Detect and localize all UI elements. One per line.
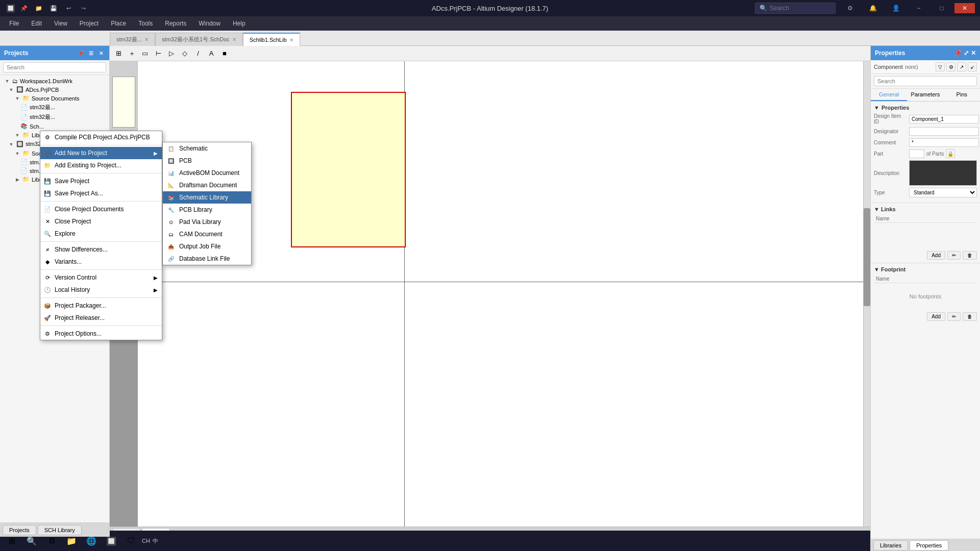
footprint-delete-btn[interactable]: 🗑 <box>963 312 977 321</box>
comment-input[interactable] <box>909 138 979 147</box>
redo-icon[interactable]: ↪ <box>77 2 89 14</box>
design-item-id-input[interactable] <box>909 115 979 123</box>
tool-align-right[interactable]: ▷ <box>165 48 178 59</box>
tool-text[interactable]: A <box>205 48 217 59</box>
maximize-button[interactable]: □ <box>932 3 952 13</box>
ctx-schematic-library[interactable]: 📚 Schematic Library <box>163 191 251 204</box>
pin-icon[interactable]: 📌 <box>18 2 30 14</box>
menu-view[interactable]: View <box>49 18 72 29</box>
ctx-database-link[interactable]: 🔗 Database Link File <box>163 253 251 265</box>
ctx-close-project-docs[interactable]: 📄 Close Project Documents <box>40 203 162 215</box>
links-add-btn[interactable]: Add <box>927 251 945 260</box>
notifications-icon[interactable]: 🔔 <box>863 3 883 13</box>
save-icon[interactable]: 💾 <box>47 2 60 14</box>
panel-menu-btn[interactable]: ☰ <box>87 49 95 57</box>
tool-rect[interactable]: ▭ <box>139 48 151 59</box>
tab-pins[interactable]: Pins <box>944 89 980 101</box>
menu-project[interactable]: Project <box>75 18 104 29</box>
undo-icon[interactable]: ↩ <box>62 2 75 14</box>
tab-schlib[interactable]: Schlib1.SchLib ✕ <box>243 33 300 46</box>
menu-window[interactable]: Window <box>193 18 226 29</box>
type-select[interactable]: Standard Mechanical Graphical <box>909 188 977 197</box>
ctx-cam-document[interactable]: 🗂 CAM Document <box>163 228 251 240</box>
ctx-compile[interactable]: ⚙ Compile PCB Project ADcs.PrjPCB <box>40 131 162 143</box>
project-search-input[interactable] <box>3 62 106 72</box>
settings-icon[interactable]: ⚙ <box>840 3 860 13</box>
ctx-pcb-library[interactable]: 🔧 PCB Library <box>163 204 251 216</box>
ctx-local-history[interactable]: 🕐 Local History ▶ <box>40 284 162 296</box>
bottom-tab-projects[interactable]: Projects <box>3 525 36 535</box>
panel-close-btn[interactable]: ✕ <box>97 49 105 57</box>
ctx-add-existing[interactable]: 📁 Add Existing to Project... <box>40 159 162 171</box>
ctx-output-job-file[interactable]: 📤 Output Job File <box>163 240 251 253</box>
footprint-edit-btn[interactable]: ✏ <box>947 312 961 321</box>
properties-search-input[interactable] <box>874 76 977 86</box>
project1-item[interactable]: ▼ 🔲 ADcs.PrjPCB <box>0 85 109 94</box>
menu-place[interactable]: Place <box>106 18 131 29</box>
ctx-pad-via-library[interactable]: ⊙ Pad Via Library <box>163 216 251 228</box>
panel-pin-btn[interactable]: 📌 <box>77 49 85 57</box>
project1-stm2-item[interactable]: 📄 stm32最... <box>0 112 109 122</box>
menu-help[interactable]: Help <box>228 18 251 29</box>
tool-add[interactable]: ＋ <box>126 48 138 59</box>
workspace-item[interactable]: ▼ 🗂 Workspace1.DsnWrk <box>0 77 109 85</box>
designator-input[interactable] <box>909 127 979 136</box>
tab-parameters[interactable]: Parameters <box>907 89 943 101</box>
properties-expand-btn[interactable]: ⤢ <box>964 49 969 57</box>
tab-close-stm32-1[interactable]: ✕ <box>144 37 149 42</box>
component-action1-btn[interactable]: ↗ <box>957 62 966 71</box>
ctx-project-releaser[interactable]: 🚀 Project Releaser... <box>40 312 162 324</box>
ctx-variants[interactable]: ◆ Variants... <box>40 256 162 268</box>
tab-schdoc[interactable]: stm32最小系统1号.SchDoc ✕ <box>155 33 243 46</box>
menu-edit[interactable]: Edit <box>26 18 47 29</box>
tab-general[interactable]: General <box>871 89 907 101</box>
ctx-draftsman[interactable]: 📐 Draftsman Document <box>163 179 251 191</box>
ctx-save-project-as[interactable]: 💾 Save Project As... <box>40 187 162 199</box>
links-edit-btn[interactable]: ✏ <box>947 251 961 260</box>
ctx-pcb[interactable]: 🔲 PCB <box>163 155 251 167</box>
menu-file[interactable]: File <box>4 18 24 29</box>
ctx-project-options[interactable]: ⚙ Project Options... <box>40 328 162 340</box>
part-lock-btn[interactable]: 🔒 <box>946 149 955 158</box>
ctx-explore[interactable]: 🔍 Explore <box>40 228 162 240</box>
component-action2-btn[interactable]: ↙ <box>968 62 977 71</box>
ctx-version-control[interactable]: ⟳ Version Control ▶ <box>40 271 162 284</box>
right-tab-libraries[interactable]: Libraries <box>873 540 908 550</box>
component-settings-btn[interactable]: ⚙ <box>946 62 955 71</box>
menu-tools[interactable]: Tools <box>133 18 158 29</box>
tool-line[interactable]: / <box>192 48 204 59</box>
filter-btn[interactable]: ▽ <box>936 62 945 71</box>
properties-close-btn[interactable]: ✕ <box>971 49 976 57</box>
ctx-save-project[interactable]: 💾 Save Project <box>40 175 162 187</box>
global-search-bar[interactable]: 🔍 <box>755 3 836 14</box>
ctx-close-project[interactable]: ✕ Close Project <box>40 215 162 228</box>
minimize-button[interactable]: − <box>909 3 929 13</box>
vertical-scrollbar-thumb[interactable] <box>864 208 870 306</box>
close-button[interactable]: ✕ <box>954 3 975 13</box>
tool-filter[interactable]: ⊞ <box>112 48 125 59</box>
tab-stm32-1[interactable]: stm32最... ✕ <box>110 33 155 46</box>
properties-pin-btn[interactable]: 📌 <box>954 49 962 57</box>
user-icon[interactable]: 👤 <box>886 3 906 13</box>
ctx-show-differences[interactable]: ≠ Show Differences... <box>40 243 162 256</box>
bottom-tab-sch-library[interactable]: SCH Library <box>38 525 82 535</box>
links-delete-btn[interactable]: 🗑 <box>963 251 977 260</box>
right-tab-properties[interactable]: Properties <box>910 540 948 550</box>
canvas-area[interactable] <box>110 61 870 551</box>
part-input[interactable] <box>909 149 924 158</box>
project1-stm1-item[interactable]: 📄 stm32最... <box>0 103 109 112</box>
project1-sch-item[interactable]: 📚 Sch... <box>0 122 109 131</box>
tab-close-schlib[interactable]: ✕ <box>289 37 293 43</box>
ctx-schematic[interactable]: 📋 Schematic <box>163 142 251 155</box>
folder-icon[interactable]: 📁 <box>33 2 45 14</box>
taskbar-app2[interactable]: 🛡 <box>122 532 140 550</box>
ctx-activebom[interactable]: 📊 ActiveBOM Document <box>163 167 251 179</box>
global-search-input[interactable] <box>770 5 831 12</box>
vertical-scrollbar[interactable] <box>863 61 870 551</box>
tool-erase[interactable]: ◇ <box>179 48 191 59</box>
project1-source-item[interactable]: ▼ 📁 Source Documents <box>0 94 109 103</box>
ctx-project-packager[interactable]: 📦 Project Packager... <box>40 299 162 312</box>
tool-extra[interactable]: ■ <box>218 48 231 59</box>
tool-align-left[interactable]: ⊢ <box>152 48 164 59</box>
footprint-add-btn[interactable]: Add <box>927 312 945 321</box>
